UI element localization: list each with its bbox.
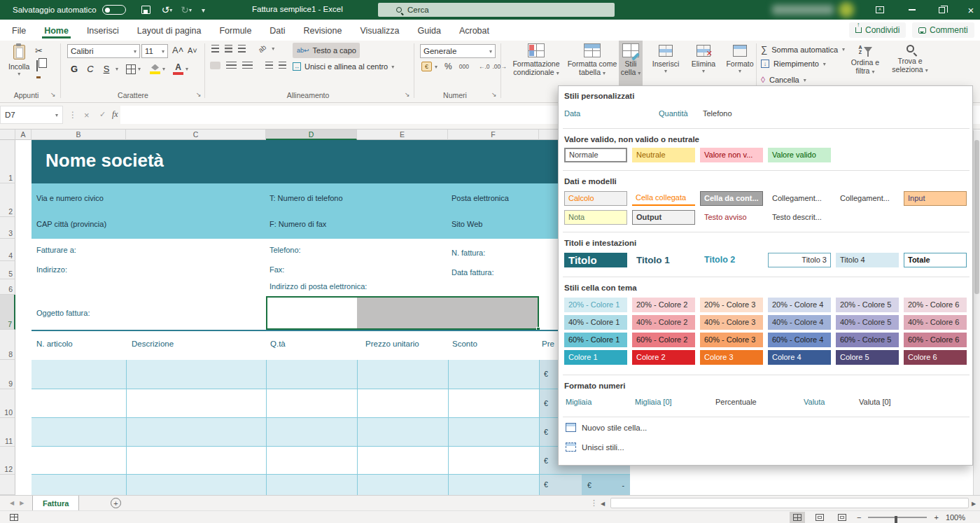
fill-color-button[interactable] xyxy=(150,64,160,74)
number-format-item[interactable]: Valuta xyxy=(804,398,825,406)
cancel-entry-icon[interactable]: × xyxy=(84,110,90,120)
cell-style-swatch[interactable]: Totale xyxy=(904,253,967,267)
row-header-2[interactable]: 2 xyxy=(0,183,15,217)
autosum-button[interactable]: ∑ Somma automatica ▾ xyxy=(761,44,845,55)
restore-icon[interactable] xyxy=(925,0,958,20)
cell-style-swatch[interactable]: Output xyxy=(632,210,695,225)
tabbar-more-icon[interactable]: ⋮ xyxy=(590,498,598,508)
grid-cell[interactable]: Telefono: xyxy=(270,246,301,254)
number-launcher-icon[interactable]: ↘ xyxy=(491,91,497,98)
tab-formule[interactable]: Formule xyxy=(217,22,253,39)
tab-guida[interactable]: Guida xyxy=(416,22,443,39)
cell-style-swatch[interactable]: 60% - Colore 2 xyxy=(632,333,695,347)
cell-style-swatch[interactable]: Titolo 1 xyxy=(632,253,695,267)
tab-acrobat[interactable]: Acrobat xyxy=(457,22,491,39)
wrap-text-button[interactable]: ab↩ Testo a capo xyxy=(293,43,360,58)
grid-cell[interactable]: Data fattura: xyxy=(451,268,494,277)
align-launc her-icon[interactable]: ↘ xyxy=(405,91,410,98)
cell-style-swatch[interactable]: 40% - Colore 2 xyxy=(632,315,695,330)
table-header[interactable]: Descrizione xyxy=(132,340,174,348)
grid-cell[interactable]: Sito Web xyxy=(451,220,482,228)
cell-style-swatch[interactable]: Neutrale xyxy=(632,148,695,162)
col-header-d-selected[interactable]: D xyxy=(266,130,357,140)
name-box-dropdown-icon[interactable]: ▾ xyxy=(55,112,58,118)
hscroll-right-icon[interactable]: ▶ xyxy=(972,501,976,507)
select-all-corner[interactable] xyxy=(0,130,15,140)
orientation-icon[interactable]: ab xyxy=(257,43,268,55)
borders-dropdown-icon[interactable]: ▾ xyxy=(138,66,141,72)
cell-style-swatch[interactable]: Input xyxy=(904,191,967,206)
merge-center-button[interactable]: ↔ Unisci e allinea al centro ▾ xyxy=(293,62,394,71)
row-header-9[interactable]: 9 xyxy=(0,360,15,389)
save-icon[interactable] xyxy=(141,6,150,14)
row-header-1[interactable]: 1 xyxy=(0,140,15,183)
font-size-select[interactable]: 11▾ xyxy=(141,44,168,58)
cell-style-item[interactable]: Quantità xyxy=(659,109,688,118)
row-header-10[interactable]: 10 xyxy=(0,389,15,418)
cell-style-swatch[interactable]: Calcolo xyxy=(564,191,627,206)
currency-icon[interactable]: € xyxy=(421,62,432,71)
number-format-item[interactable]: Migliaia [0] xyxy=(635,398,672,406)
number-format-item[interactable]: Percentuale xyxy=(715,398,757,406)
cell-style-swatch[interactable]: Colore 6 xyxy=(904,350,967,365)
increase-indent-icon[interactable] xyxy=(279,62,286,69)
table-header[interactable]: Q.tà xyxy=(270,340,286,348)
format-as-table-button[interactable]: Formatta come tabella ▾ xyxy=(567,43,617,76)
close-icon[interactable]: × xyxy=(955,0,980,20)
cell-style-swatch[interactable]: Collegament... xyxy=(768,191,831,206)
cell-style-swatch[interactable]: 20% - Colore 4 xyxy=(768,298,831,312)
align-right-icon[interactable] xyxy=(242,62,253,69)
cell-style-swatch[interactable]: 20% - Colore 6 xyxy=(904,298,967,312)
new-sheet-icon[interactable]: + xyxy=(111,498,121,508)
fill-button[interactable]: ↓ Riempimento ▾ xyxy=(761,60,826,68)
grid-cell[interactable]: Indirizzo: xyxy=(36,265,67,274)
insert-cells-button[interactable]: Inserisci ▾ xyxy=(648,45,683,74)
format-cells-button[interactable]: Formato ▾ xyxy=(722,45,757,74)
tab-revisione[interactable]: Revisione xyxy=(302,22,344,39)
col-header-a[interactable]: A xyxy=(15,130,31,140)
comments-button[interactable]: Commenti xyxy=(912,22,974,38)
tab-home[interactable]: Home xyxy=(42,22,71,39)
cell-style-swatch[interactable]: 40% - Colore 6 xyxy=(904,315,967,330)
merge-styles-menu-item[interactable]: Unisci stili... xyxy=(566,442,624,452)
grid-cell[interactable]: Posta elettronica xyxy=(451,194,509,202)
confirm-entry-icon[interactable]: ✓ xyxy=(99,110,106,119)
cell-style-swatch[interactable]: 40% - Colore 4 xyxy=(768,315,831,330)
row-header-13[interactable] xyxy=(0,475,15,495)
cell-style-item[interactable]: Telefono xyxy=(703,109,732,118)
zoom-slider[interactable] xyxy=(868,517,927,518)
selected-cell-d7[interactable] xyxy=(266,296,539,330)
row-header-7-selected[interactable]: 7 xyxy=(0,295,15,330)
align-top-icon[interactable] xyxy=(211,45,219,53)
name-box[interactable]: D7 ▾ xyxy=(0,106,63,124)
grid-cell[interactable]: Fatturare a: xyxy=(36,246,76,254)
sheet-prev-icon[interactable]: ◀ xyxy=(10,500,14,506)
row-header-12[interactable]: 12 xyxy=(0,447,15,475)
cell-style-swatch[interactable]: Titolo 2 xyxy=(700,253,763,267)
align-bottom-icon[interactable] xyxy=(238,45,246,53)
company-title-cell[interactable]: Nome società xyxy=(31,140,558,183)
autosave-toggle[interactable] xyxy=(102,5,126,15)
font-name-select[interactable]: Calibri▾ xyxy=(67,44,140,58)
tab-inserisci[interactable]: Inserisci xyxy=(85,22,121,39)
ribbon-display-options-icon[interactable]: ˄ xyxy=(864,0,896,20)
cell-style-item[interactable]: Data xyxy=(564,109,580,118)
row-header-11[interactable]: 11 xyxy=(0,418,15,447)
cell-style-swatch[interactable]: 60% - Colore 6 xyxy=(904,333,967,347)
cell-style-swatch[interactable]: 60% - Colore 3 xyxy=(700,333,763,347)
increase-decimal-icon[interactable]: ←.0 xyxy=(479,63,490,70)
new-cell-style-menu-item[interactable]: Nuovo stile cella... xyxy=(566,423,647,432)
percent-icon[interactable]: % xyxy=(444,62,452,71)
sheet-next-icon[interactable]: ▶ xyxy=(20,500,24,506)
sort-filter-button[interactable]: AZ Ordina e filtra ▾ xyxy=(846,45,885,75)
table-row[interactable]: € xyxy=(31,418,630,447)
italic-button[interactable]: C xyxy=(83,62,97,76)
formula-bar-more-icon[interactable]: ⋮ xyxy=(69,110,77,120)
borders-icon[interactable] xyxy=(126,64,136,74)
cell-style-swatch[interactable]: Titolo 3 xyxy=(768,253,831,267)
underline-dropdown-icon[interactable]: ▾ xyxy=(115,66,118,72)
font-color-button[interactable]: A xyxy=(173,64,183,75)
underline-button[interactable]: S xyxy=(99,62,113,76)
cell-style-swatch[interactable]: 20% - Colore 3 xyxy=(700,298,763,312)
share-button[interactable]: Condividi xyxy=(849,22,906,38)
